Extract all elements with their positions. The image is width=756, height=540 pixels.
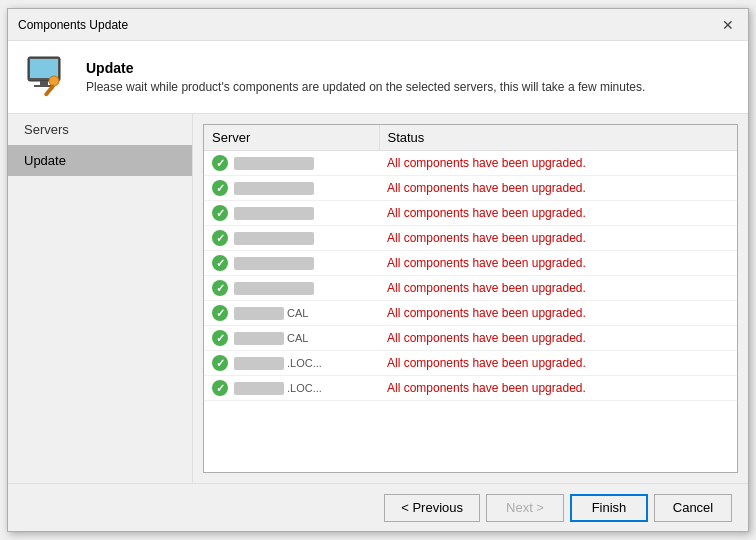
server-name [234, 232, 314, 245]
status-cell: All components have been upgraded. [379, 226, 737, 251]
server-cell: ✓ [204, 251, 379, 276]
server-cell: ✓ [204, 176, 379, 201]
check-icon: ✓ [212, 380, 228, 396]
column-header-status: Status [379, 125, 737, 151]
table-row: ✓All components have been upgraded. [204, 201, 737, 226]
check-icon: ✓ [212, 230, 228, 246]
dialog-title: Components Update [18, 18, 128, 32]
server-cell: ✓ [204, 151, 379, 176]
server-name [234, 207, 314, 220]
server-cell: ✓ [204, 276, 379, 301]
status-cell: All components have been upgraded. [379, 276, 737, 301]
sidebar-item-update[interactable]: Update [8, 145, 192, 176]
server-cell: ✓ CAL [204, 301, 379, 326]
sidebar-item-servers[interactable]: Servers [8, 114, 192, 145]
finish-button[interactable]: Finish [570, 494, 648, 522]
previous-button[interactable]: < Previous [384, 494, 480, 522]
server-name [234, 382, 284, 395]
check-icon: ✓ [212, 155, 228, 171]
server-name [234, 257, 314, 270]
table-row: ✓ .LOC...All components have been upgrad… [204, 376, 737, 401]
server-cell: ✓ .LOC... [204, 351, 379, 376]
main-panel: Server Status ✓All components have been … [193, 114, 748, 483]
server-name [234, 182, 314, 195]
server-cell: ✓ CAL [204, 326, 379, 351]
title-bar: Components Update ✕ [8, 9, 748, 41]
table-row: ✓All components have been upgraded. [204, 251, 737, 276]
header-text: Update Please wait while product's compo… [86, 60, 645, 94]
column-header-server: Server [204, 125, 379, 151]
status-cell: All components have been upgraded. [379, 326, 737, 351]
check-icon: ✓ [212, 355, 228, 371]
svg-rect-2 [40, 81, 48, 85]
status-cell: All components have been upgraded. [379, 351, 737, 376]
cancel-button[interactable]: Cancel [654, 494, 732, 522]
table-row: ✓All components have been upgraded. [204, 226, 737, 251]
update-icon [24, 53, 72, 101]
next-button[interactable]: Next > [486, 494, 564, 522]
check-icon: ✓ [212, 180, 228, 196]
check-icon: ✓ [212, 305, 228, 321]
svg-point-4 [49, 76, 59, 86]
status-cell: All components have been upgraded. [379, 201, 737, 226]
server-name [234, 357, 284, 370]
header-description: Please wait while product's components a… [86, 80, 645, 94]
server-name [234, 307, 284, 320]
close-button[interactable]: ✕ [718, 15, 738, 35]
check-icon: ✓ [212, 280, 228, 296]
sidebar: Servers Update [8, 114, 193, 483]
server-cell: ✓ [204, 226, 379, 251]
server-tag: CAL [284, 332, 308, 344]
table-row: ✓ .LOC...All components have been upgrad… [204, 351, 737, 376]
server-tag: .LOC... [284, 357, 322, 369]
status-cell: All components have been upgraded. [379, 176, 737, 201]
server-cell: ✓ [204, 201, 379, 226]
header-area: Update Please wait while product's compo… [8, 41, 748, 114]
table-row: ✓All components have been upgraded. [204, 176, 737, 201]
table-row: ✓ CALAll components have been upgraded. [204, 326, 737, 351]
server-name [234, 332, 284, 345]
table-header-row: Server Status [204, 125, 737, 151]
server-tag: CAL [284, 307, 308, 319]
table-row: ✓ CALAll components have been upgraded. [204, 301, 737, 326]
check-icon: ✓ [212, 205, 228, 221]
status-cell: All components have been upgraded. [379, 301, 737, 326]
table-row: ✓All components have been upgraded. [204, 151, 737, 176]
header-title: Update [86, 60, 645, 76]
status-cell: All components have been upgraded. [379, 151, 737, 176]
update-table: Server Status ✓All components have been … [204, 125, 737, 401]
dialog: Components Update ✕ Update Please wait w… [7, 8, 749, 532]
server-cell: ✓ .LOC... [204, 376, 379, 401]
check-icon: ✓ [212, 255, 228, 271]
svg-rect-1 [30, 59, 58, 78]
server-name [234, 282, 314, 295]
server-name [234, 157, 314, 170]
status-cell: All components have been upgraded. [379, 251, 737, 276]
table-row: ✓All components have been upgraded. [204, 276, 737, 301]
table-container[interactable]: Server Status ✓All components have been … [203, 124, 738, 473]
check-icon: ✓ [212, 330, 228, 346]
server-tag: .LOC... [284, 382, 322, 394]
content-area: Servers Update Server Status [8, 114, 748, 483]
footer: < Previous Next > Finish Cancel [8, 483, 748, 531]
status-cell: All components have been upgraded. [379, 376, 737, 401]
